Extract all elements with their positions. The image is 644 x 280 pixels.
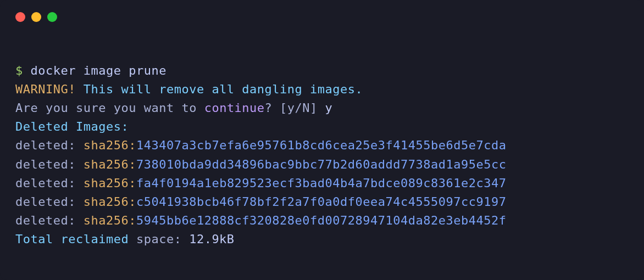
terminal-body[interactable]: $ docker image pruneWARNING! This will r…	[0, 27, 644, 249]
sha-hash: fa4f0194a1eb829523ecf3bad04b4a7bdce089c8…	[136, 176, 507, 190]
confirm-suffix: ? [y/N]	[265, 101, 325, 115]
deleted-row: deleted: sha256:c5041938bcb46f78bf2f2a7f…	[15, 193, 629, 211]
sha-hash: 143407a3cb7efa6e95761b8cd6cea25e3f41455b…	[136, 138, 507, 152]
sha-label: sha256:	[84, 214, 136, 227]
sha-label: sha256:	[84, 138, 136, 152]
deleted-row: deleted: sha256:5945bb6e12888cf320828e0f…	[15, 211, 629, 230]
reclaimed-line: Total reclaimed space: 12.9kB	[15, 230, 629, 249]
sha-label: sha256:	[84, 158, 136, 171]
reclaimed-prefix: Total reclaimed	[15, 232, 136, 246]
terminal-window: $ docker image pruneWARNING! This will r…	[0, 0, 644, 280]
deleted-label: deleted:	[15, 176, 84, 190]
warning-text: This will remove all dangling images.	[76, 82, 363, 96]
confirm-answer: y	[325, 101, 333, 115]
sha-hash: c5041938bcb46f78bf2f2a7f0a0df0eea74c4555…	[136, 195, 507, 209]
warning-line: WARNING! This will remove all dangling i…	[15, 80, 629, 99]
minimize-icon[interactable]	[31, 12, 41, 22]
deleted-label: deleted:	[15, 214, 84, 227]
confirm-word: continue	[204, 101, 265, 115]
confirm-line: Are you sure you want to continue? [y/N]…	[15, 99, 629, 117]
command-text: docker image prune	[31, 64, 166, 77]
deleted-row: deleted: sha256:738010bda9dd34896bac9bbc…	[15, 155, 629, 174]
close-icon[interactable]	[15, 12, 25, 22]
deleted-label: deleted:	[15, 138, 84, 152]
deleted-label: deleted:	[15, 158, 84, 171]
sha-label: sha256:	[84, 195, 136, 209]
deleted-row: deleted: sha256:fa4f0194a1eb829523ecf3ba…	[15, 174, 629, 193]
sha-hash: 738010bda9dd34896bac9bbc77b2d60addd7738a…	[136, 158, 507, 171]
deleted-row: deleted: sha256:143407a3cb7efa6e95761b8c…	[15, 136, 629, 155]
reclaimed-mid: space:	[136, 232, 189, 246]
confirm-prefix: Are you sure you want to	[15, 101, 204, 115]
deleted-header-line: Deleted Images:	[15, 117, 629, 136]
reclaimed-value: 12.9kB	[189, 232, 234, 246]
prompt-symbol: $	[15, 64, 31, 77]
deleted-header: Deleted Images:	[15, 120, 129, 133]
sha-label: sha256:	[84, 176, 136, 190]
command-line: $ docker image prune	[15, 61, 629, 80]
deleted-label: deleted:	[15, 195, 84, 209]
titlebar	[0, 0, 644, 27]
maximize-icon[interactable]	[47, 12, 57, 22]
warning-label: WARNING!	[15, 82, 76, 96]
sha-hash: 5945bb6e12888cf320828e0fd00728947104da82…	[136, 214, 507, 227]
